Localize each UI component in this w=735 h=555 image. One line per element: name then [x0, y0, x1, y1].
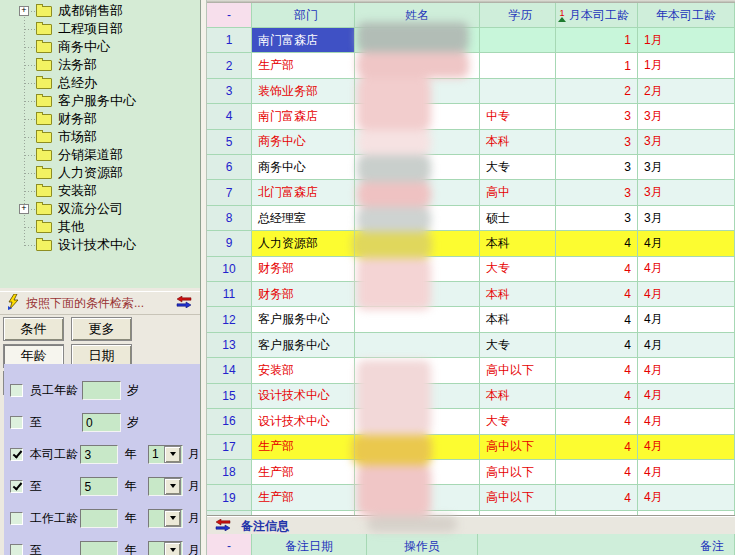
years-tenure-cell[interactable]: 4月 — [638, 307, 735, 332]
education-cell[interactable]: 中专 — [480, 104, 556, 129]
column-header-years[interactable]: 年本司工龄 — [638, 3, 735, 28]
name-cell[interactable] — [355, 333, 480, 358]
years-tenure-cell[interactable]: 4月 — [638, 460, 735, 485]
table-row[interactable]: 7北门富森店高中33月 — [207, 180, 735, 205]
dept-cell[interactable]: 生产部 — [252, 435, 355, 460]
table-row[interactable]: 2生产部11月 — [207, 53, 735, 78]
table-row[interactable]: 17生产部高中以下44月 — [207, 435, 735, 460]
dept-cell[interactable]: 设计技术中心 — [252, 409, 355, 434]
dept-cell[interactable]: 北门富森店 — [252, 180, 355, 205]
dept-cell[interactable]: 南门富森店 — [252, 28, 355, 53]
row-number-cell[interactable]: 17 — [207, 435, 252, 460]
criteria-value-input[interactable] — [80, 509, 118, 528]
education-cell[interactable]: 高中 — [480, 180, 556, 205]
education-cell[interactable]: 高中以下 — [480, 435, 556, 460]
name-cell[interactable] — [355, 435, 480, 460]
sidebar-item-分销渠道部[interactable]: 分销渠道部 — [0, 146, 200, 164]
row-number-cell[interactable]: 7 — [207, 180, 252, 205]
years-tenure-cell[interactable]: 4月 — [638, 231, 735, 256]
filter-tab-条件[interactable]: 条件 — [3, 317, 64, 341]
dept-cell[interactable]: 设计技术中心 — [252, 384, 355, 409]
table-row[interactable]: 1南门富森店11月 — [207, 28, 735, 53]
name-cell[interactable] — [355, 79, 480, 104]
month-dropdown[interactable]: 1 — [148, 445, 183, 464]
table-row[interactable]: 3装饰业务部22月 — [207, 79, 735, 104]
table-row[interactable]: 12客户服务中心本科44月 — [207, 307, 735, 332]
dropdown-arrow-button[interactable] — [164, 510, 181, 527]
education-cell[interactable]: 硕士 — [480, 206, 556, 231]
months-tenure-cell[interactable]: 1 — [556, 53, 638, 78]
sidebar-item-其他[interactable]: 其他 — [0, 218, 200, 236]
name-cell[interactable] — [355, 257, 480, 282]
years-tenure-cell[interactable]: 4月 — [638, 358, 735, 383]
criteria-value-input[interactable] — [80, 541, 118, 555]
row-number-cell[interactable]: 19 — [207, 485, 252, 510]
months-tenure-cell[interactable]: 1 — [556, 28, 638, 53]
sidebar-item-商务中心[interactable]: 商务中心 — [0, 38, 200, 56]
sidebar-item-法务部[interactable]: 法务部 — [0, 56, 200, 74]
dept-cell[interactable]: 财务部 — [252, 282, 355, 307]
education-cell[interactable]: 大专 — [480, 511, 556, 516]
row-number-cell[interactable]: 10 — [207, 257, 252, 282]
table-row[interactable]: 9人力资源部本科44月 — [207, 231, 735, 256]
dept-cell[interactable]: 生产部 — [252, 53, 355, 78]
expand-plus-icon[interactable]: + — [19, 204, 29, 214]
row-number-cell[interactable]: 4 — [207, 104, 252, 129]
name-cell[interactable] — [355, 384, 480, 409]
education-cell[interactable] — [480, 53, 556, 78]
years-tenure-cell[interactable]: 4月 — [638, 435, 735, 460]
criteria-value-input[interactable]: 5 — [80, 477, 118, 496]
row-number-cell[interactable]: 2 — [207, 53, 252, 78]
criteria-checkbox[interactable] — [10, 480, 23, 493]
sidebar-item-财务部[interactable]: 财务部 — [0, 110, 200, 128]
row-number-cell[interactable]: 20 — [207, 511, 252, 516]
name-cell[interactable] — [355, 282, 480, 307]
months-tenure-cell[interactable]: 4 — [556, 307, 638, 332]
table-row[interactable]: 6商务中心大专33月 — [207, 155, 735, 180]
name-cell[interactable] — [355, 206, 480, 231]
years-tenure-cell[interactable]: 3月 — [638, 155, 735, 180]
name-cell[interactable] — [355, 460, 480, 485]
education-cell[interactable]: 本科 — [480, 307, 556, 332]
table-row[interactable]: 19生产部高中以下44月 — [207, 485, 735, 510]
dept-cell[interactable]: 安装部 — [252, 358, 355, 383]
table-row[interactable]: 18生产部高中以下44月 — [207, 460, 735, 485]
months-tenure-cell[interactable]: 3 — [556, 155, 638, 180]
years-tenure-cell[interactable]: 4月 — [638, 282, 735, 307]
months-tenure-cell[interactable]: 4 — [556, 511, 638, 516]
education-cell[interactable]: 本科 — [480, 231, 556, 256]
dept-cell[interactable]: 客户服务中心 — [252, 333, 355, 358]
row-number-cell[interactable]: 16 — [207, 409, 252, 434]
name-cell[interactable] — [355, 307, 480, 332]
months-tenure-cell[interactable]: 4 — [556, 409, 638, 434]
months-tenure-cell[interactable]: 3 — [556, 180, 638, 205]
criteria-value-input[interactable]: 3 — [80, 445, 118, 464]
name-cell[interactable] — [355, 409, 480, 434]
sidebar-item-总经办[interactable]: 总经办 — [0, 74, 200, 92]
row-number-cell[interactable]: 12 — [207, 307, 252, 332]
months-tenure-cell[interactable]: 4 — [556, 435, 638, 460]
years-tenure-cell[interactable]: 3月 — [638, 104, 735, 129]
table-row[interactable]: 4南门富森店中专33月 — [207, 104, 735, 129]
name-cell[interactable] — [355, 358, 480, 383]
education-cell[interactable] — [480, 28, 556, 53]
months-tenure-cell[interactable]: 3 — [556, 130, 638, 155]
months-tenure-cell[interactable]: 4 — [556, 282, 638, 307]
dept-cell[interactable]: 设计技术中心 — [252, 511, 355, 516]
years-tenure-cell[interactable]: 1月 — [638, 28, 735, 53]
criteria-checkbox[interactable] — [10, 416, 23, 429]
table-row[interactable]: 8总经理室硕士33月 — [207, 206, 735, 231]
years-tenure-cell[interactable]: 1月 — [638, 53, 735, 78]
name-cell[interactable] — [355, 104, 480, 129]
row-number-cell[interactable]: 1 — [207, 28, 252, 53]
education-cell[interactable]: 大专 — [480, 333, 556, 358]
row-number-cell[interactable]: 11 — [207, 282, 252, 307]
years-tenure-cell[interactable]: 2月 — [638, 79, 735, 104]
name-cell[interactable] — [355, 28, 480, 53]
education-cell[interactable]: 大专 — [480, 257, 556, 282]
table-row[interactable]: 13客户服务中心大专44月 — [207, 333, 735, 358]
years-tenure-cell[interactable]: 3月 — [638, 206, 735, 231]
criteria-checkbox[interactable] — [10, 448, 23, 461]
dept-cell[interactable]: 生产部 — [252, 485, 355, 510]
education-cell[interactable]: 大专 — [480, 409, 556, 434]
